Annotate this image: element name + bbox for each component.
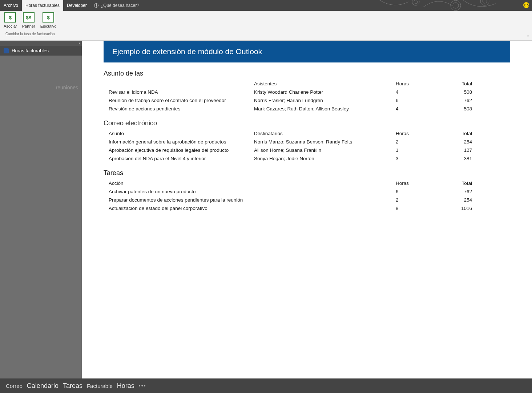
section-heading-meetings: Asunto de las xyxy=(104,70,510,77)
tab-archivo[interactable]: Archivo xyxy=(0,0,22,11)
nav-correo[interactable]: Correo xyxy=(6,383,23,389)
table-row: Aprobación ejecutiva de requisitos legal… xyxy=(104,146,510,154)
cell-hours: 6 xyxy=(396,189,428,194)
dollar-icon: $ xyxy=(4,12,16,23)
table-row: Reunión de trabajo sobre el contrato con… xyxy=(104,96,510,105)
cell-subject: Aprobación ejecutiva de requisitos legal… xyxy=(109,147,254,153)
cell-hours: 3 xyxy=(396,156,428,161)
col-header-action: Acción xyxy=(109,181,254,186)
cell-total: 508 xyxy=(428,106,472,112)
ribbon-group-label: Cambiar la tasa de facturación xyxy=(5,32,55,36)
cell-hours: 2 xyxy=(396,139,428,145)
table-row: Revisión de acciones pendientes Mark Caz… xyxy=(104,105,510,113)
col-header-total: Total xyxy=(428,131,472,136)
svg-point-1 xyxy=(414,0,418,4)
tell-me-search[interactable]: ¿Qué desea hacer? xyxy=(90,3,143,8)
cell-hours: 4 xyxy=(396,89,428,95)
cell-subject: Aprobación del NDA para el Nivel 4 y inf… xyxy=(109,156,254,161)
col-header-total: Total xyxy=(428,81,472,86)
nav-calendario[interactable]: Calendario xyxy=(27,382,59,390)
svg-point-4 xyxy=(480,0,489,5)
cell-action: Preparar documentos de acciones pendient… xyxy=(109,197,254,203)
double-dollar-icon: $$ xyxy=(23,12,35,23)
sidebar-collapse-button[interactable]: ‹ xyxy=(0,41,82,46)
navigation-bar: Correo Calendario Tareas Facturable Hora… xyxy=(0,378,532,393)
tab-horas-facturables[interactable]: Horas facturables xyxy=(22,0,63,11)
cell-attendees: Kristy Woodard Charlene Potter xyxy=(254,89,396,95)
cell-recipients: Allison Horne; Susana Franklin xyxy=(254,147,396,153)
ribbon: $ Asociar $$ Partner $ Ejecutivo Cambiar… xyxy=(0,11,532,41)
nav-more-button[interactable]: ••• xyxy=(139,383,146,389)
cell-total: 127 xyxy=(428,147,472,153)
table-row: Actualización de estado del panel corpor… xyxy=(104,204,510,212)
nav-tareas[interactable]: Tareas xyxy=(63,382,82,390)
svg-point-2 xyxy=(451,0,461,11)
table-row: Información general sobre la aprobación … xyxy=(104,138,510,146)
partner-button[interactable]: $$ Partner xyxy=(22,12,35,28)
col-header-hours: Horas xyxy=(396,81,428,86)
page-title-banner: Ejemplo de extensión de módulo de Outloo… xyxy=(104,41,510,62)
table-row: Archivar patentes de un nuevo producto 6… xyxy=(104,187,510,196)
cell-hours: 8 xyxy=(396,206,428,211)
cell-subject: Revisar el idioma NDA xyxy=(109,89,254,95)
table-header-row: Asistentes Horas Total xyxy=(104,80,510,88)
ejecutivo-label: Ejecutivo xyxy=(40,24,57,28)
cell-total: 762 xyxy=(428,189,472,194)
feedback-smiley-icon[interactable] xyxy=(523,2,529,8)
cell-attendees: Norris Frasier; Harlan Lundgren xyxy=(254,98,396,103)
cell-subject: Revisión de acciones pendientes xyxy=(109,106,254,112)
table-row: Preparar documentos de acciones pendient… xyxy=(104,196,510,204)
cell-total: 254 xyxy=(428,197,472,203)
content-pane: Ejemplo de extensión de módulo de Outloo… xyxy=(82,41,532,378)
cell-action: Archivar patentes de un nuevo producto xyxy=(109,189,254,194)
cell-hours: 2 xyxy=(396,197,428,203)
section-heading-email: Correo electrónico xyxy=(104,119,510,127)
cell-total: 381 xyxy=(428,156,472,161)
section-heading-tasks: Tareas xyxy=(104,169,510,177)
col-header-subject: Asunto xyxy=(109,131,254,136)
cell-attendees: Mark Cazares; Ruth Dalton; Allison Beasl… xyxy=(254,106,396,112)
table-row: Aprobación del NDA para el Nivel 4 y inf… xyxy=(104,154,510,163)
ribbon-tabbar: Archivo Horas facturables Developer ¿Qué… xyxy=(0,0,532,11)
cell-recipients: Sonya Hogan; Jodie Norton xyxy=(254,156,396,161)
sidebar-item-label: Horas facturables xyxy=(12,48,49,53)
tell-me-placeholder: ¿Qué desea hacer? xyxy=(101,3,139,8)
tab-developer[interactable]: Developer xyxy=(63,0,90,11)
svg-point-0 xyxy=(412,0,419,5)
table-header-row: Asunto Destinatarios Horas Total xyxy=(104,129,510,138)
svg-point-3 xyxy=(453,3,459,8)
nav-facturable[interactable]: Facturable xyxy=(87,383,113,389)
table-header-row: Acción Horas Total xyxy=(104,179,510,187)
cell-hours: 6 xyxy=(396,98,428,103)
sidebar-item-horas-facturables[interactable]: Horas facturables xyxy=(0,46,82,56)
partner-label: Partner xyxy=(22,24,35,28)
col-header-total: Total xyxy=(428,181,472,186)
lightbulb-icon xyxy=(94,3,98,8)
cell-subject: Información general sobre la aprobación … xyxy=(109,139,254,145)
cell-hours: 1 xyxy=(396,147,428,153)
ribbon-group-billing-rate: $ Asociar $$ Partner $ Ejecutivo Cambiar… xyxy=(2,12,58,36)
ejecutivo-button[interactable]: $ Ejecutivo xyxy=(40,12,57,28)
dollar-icon: $ xyxy=(43,12,54,23)
col-header-hours: Horas xyxy=(396,131,428,136)
cell-recipients: Norris Manzo; Suzanna Benson; Randy Felt… xyxy=(254,139,396,145)
cell-total: 762 xyxy=(428,98,472,103)
table-row: Revisar el idioma NDA Kristy Woodard Cha… xyxy=(104,88,510,96)
nav-horas[interactable]: Horas xyxy=(117,382,134,390)
cell-total: 254 xyxy=(428,139,472,145)
cell-subject: Reunión de trabajo sobre el contrato con… xyxy=(109,98,254,103)
cell-action: Actualización de estado del panel corpor… xyxy=(109,206,254,211)
module-icon xyxy=(4,48,9,53)
sidebar: ‹ Horas facturables reuniones xyxy=(0,41,82,378)
asociar-label: Asociar xyxy=(4,24,17,28)
sidebar-body-text: reuniones xyxy=(0,56,82,90)
cell-total: 508 xyxy=(428,89,472,95)
cell-total: 1016 xyxy=(428,206,472,211)
svg-point-5 xyxy=(483,0,487,3)
col-header-hours: Horas xyxy=(396,181,428,186)
cell-hours: 4 xyxy=(396,106,428,112)
asociar-button[interactable]: $ Asociar xyxy=(4,12,17,28)
col-header-recipients: Destinatarios xyxy=(254,131,396,136)
col-header-attendees: Asistentes xyxy=(254,81,396,86)
collapse-ribbon-button[interactable]: ⌃ xyxy=(526,35,530,40)
